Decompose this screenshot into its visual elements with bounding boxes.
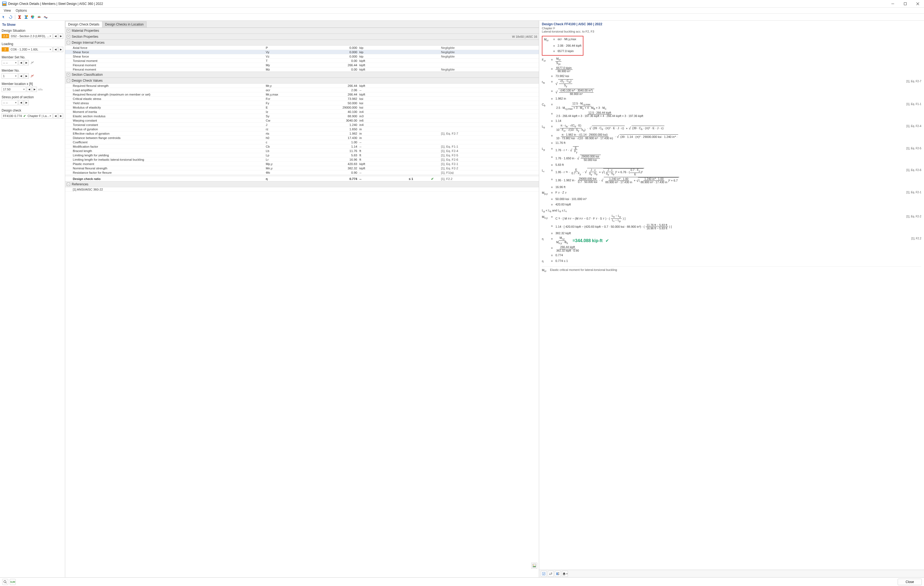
- ratio-row: Design check ratioη0.774--≤ 1✔[1], F2.2: [65, 176, 539, 181]
- sect-references[interactable]: −References: [65, 181, 539, 187]
- design-situation-label: Design Situation: [2, 29, 63, 33]
- svg-rect-9: [18, 18, 21, 19]
- rp-subtitle: Lateral-torsional buckling acc. to F2, F…: [539, 30, 924, 35]
- stress-point-combo[interactable]: -- --▾: [2, 100, 18, 105]
- sp-next-button[interactable]: ▶: [24, 100, 29, 105]
- table-row: Torsional constantJ1.240in4: [65, 123, 539, 127]
- close-button[interactable]: [911, 0, 924, 8]
- main-area: To Show Design Situation 2.3 DS2 - Secti…: [0, 21, 924, 577]
- footer-units-icon[interactable]: 0,00: [10, 579, 16, 585]
- menu-options[interactable]: Options: [13, 8, 29, 13]
- table-row: Torsional momentT0.00kipft: [65, 59, 539, 63]
- menu-view[interactable]: View: [2, 8, 13, 13]
- svg-rect-8: [18, 15, 21, 16]
- svg-rect-17: [38, 17, 40, 18]
- rp-sort-icon[interactable]: [548, 571, 554, 577]
- loading-pill: 2: [2, 47, 9, 51]
- table-row: Elastic section modulusSy88.900in3: [65, 114, 539, 119]
- footer-bar: 0,00 Close: [0, 577, 924, 586]
- result-callout: =344.088 kip-ft: [573, 237, 603, 244]
- design-situation-combo[interactable]: DS2 - Section 2.3 (LRFD), 1. to 5.▾: [10, 33, 53, 39]
- svg-point-27: [4, 581, 6, 583]
- tab-details[interactable]: Design Check Details: [65, 21, 102, 27]
- rp-print-icon[interactable]: ▾: [562, 571, 568, 577]
- ds-prev-button[interactable]: ◀: [53, 33, 58, 39]
- table-row: Radius of gyrationrz1.650in: [65, 127, 539, 132]
- rp-format-icon[interactable]: [555, 571, 561, 577]
- tb-select-icon[interactable]: [1, 14, 7, 20]
- table-row: Resistance factor for flexureΦb0.90--[1]…: [65, 170, 539, 175]
- close-dialog-button[interactable]: Close: [898, 579, 922, 585]
- member-set-combo[interactable]: -- --▾: [2, 60, 18, 66]
- window-controls: [886, 0, 924, 8]
- ml-xx0-icon[interactable]: x/x₀: [38, 87, 43, 92]
- mn-prev-button[interactable]: ◀: [18, 73, 23, 79]
- mn-next-button[interactable]: ▶: [24, 73, 29, 79]
- mn-pick-icon[interactable]: [29, 73, 35, 79]
- tb-shape-icon[interactable]: [36, 14, 42, 20]
- table-row: Flexural momentMy266.44kipft: [65, 63, 539, 67]
- tab-location[interactable]: Design Checks in Location: [102, 21, 147, 27]
- tb-colors-icon[interactable]: [30, 14, 36, 20]
- member-no-combo[interactable]: 1▾: [2, 73, 18, 79]
- dc-next-button[interactable]: ▶: [58, 113, 63, 119]
- toolbar: [0, 13, 924, 21]
- ml-next-button[interactable]: ▶: [32, 87, 37, 92]
- view-image-icon[interactable]: [531, 563, 537, 569]
- maximize-button[interactable]: [899, 0, 911, 8]
- ds-next-button[interactable]: ▶: [58, 33, 63, 39]
- ld-next-button[interactable]: ▶: [58, 47, 63, 52]
- table-row: Limiting length for yieldingLp5.83ft[1],…: [65, 153, 539, 157]
- tb-section-icon[interactable]: [16, 14, 23, 20]
- footer-search-icon[interactable]: [2, 579, 8, 585]
- sect-internal-forces[interactable]: −Design Internal Forces: [65, 40, 539, 46]
- loading-label: Loading: [2, 42, 63, 46]
- minimize-button[interactable]: [886, 0, 899, 8]
- rp-export-icon[interactable]: [541, 571, 547, 577]
- ml-prev-button[interactable]: ◀: [26, 87, 31, 92]
- ms-prev-button[interactable]: ◀: [18, 60, 23, 66]
- menubar: View Options: [0, 8, 924, 13]
- result-check-icon: ✔: [606, 237, 609, 244]
- table-row: Nominal flexural strengthMn,y382.32kipft…: [65, 166, 539, 170]
- table-row: Modification factorCb1.14--[1], Eq. F1-1: [65, 145, 539, 149]
- tab-row: Design Check Details Design Checks in Lo…: [65, 21, 539, 28]
- tb-wave-icon[interactable]: [43, 14, 49, 20]
- member-set-label: Member Set No.: [2, 55, 63, 59]
- sect-check-values[interactable]: −Design Check Values: [65, 77, 539, 84]
- loading-combo[interactable]: CO6 - 1.20D + 1.60L▾: [9, 47, 53, 52]
- sp-prev-button[interactable]: ◀: [18, 100, 23, 105]
- svg-point-13: [26, 15, 28, 17]
- svg-point-16: [31, 16, 34, 19]
- svg-rect-25: [563, 573, 565, 573]
- member-loc-label: Member location x [ft]: [2, 82, 63, 86]
- stress-point-label: Stress point of section: [2, 95, 63, 99]
- svg-line-28: [6, 583, 7, 583]
- ld-prev-button[interactable]: ◀: [53, 47, 58, 52]
- tb-section2-icon[interactable]: [23, 14, 29, 20]
- rp-chapter: Chapter F: [539, 26, 924, 30]
- member-no-label: Member No.: [2, 69, 63, 72]
- ms-next-button[interactable]: ▶: [24, 60, 29, 66]
- design-check-label: Design check: [2, 109, 63, 112]
- sect-material[interactable]: +Material Properties: [65, 28, 539, 34]
- table-row: Required flexural strengthMr,y266.44kipf…: [65, 84, 539, 88]
- tb-reload-icon[interactable]: [8, 14, 13, 20]
- ms-pick-icon[interactable]: [29, 60, 35, 66]
- sect-classification[interactable]: +Section Classification: [65, 72, 539, 77]
- center-body[interactable]: +Material Properties +Section Properties…: [65, 28, 539, 577]
- sect-section-props[interactable]: +Section PropertiesW 18x50 | AISC 16: [65, 34, 539, 40]
- dc-prev-button[interactable]: ◀: [53, 113, 58, 119]
- table-row: Yield stressFy50.000ksi: [65, 101, 539, 105]
- svg-rect-12: [25, 18, 27, 19]
- svg-point-19: [533, 565, 534, 566]
- table-row: Required flexural strength (maximum on m…: [65, 92, 539, 97]
- table-row: Effective radius of gyrationrts1.982in[1…: [65, 132, 539, 136]
- design-check-combo[interactable]: FF4100 0.774 ✔ Chapter F | Lateral-to...…: [2, 113, 53, 119]
- svg-rect-20: [543, 573, 545, 575]
- member-loc-combo[interactable]: 17.50▾: [2, 87, 26, 92]
- svg-rect-23: [558, 574, 559, 575]
- table-row: Limiting length for inelastic lateral-to…: [65, 157, 539, 162]
- window-title: Design Check Details | Members | Steel D…: [8, 2, 103, 6]
- rp-body[interactable]: Mcr=αcr · Mr,y,max =2.06 · 266.44 kipft …: [539, 35, 924, 570]
